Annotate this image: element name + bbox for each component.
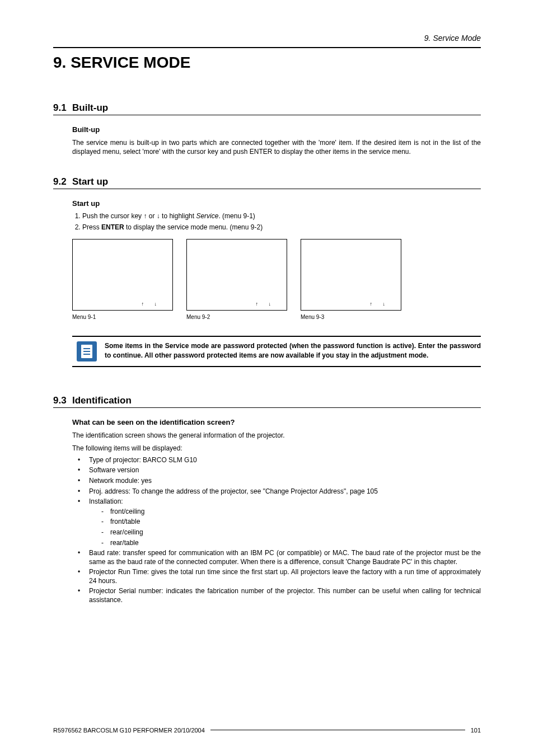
section-9-3-heading: 9.3 Identification — [53, 395, 481, 406]
divider — [53, 115, 481, 115]
section-number: 9.2 — [53, 176, 72, 187]
menu-figure-3: ↑ ↓ Menu 9-3 — [301, 239, 401, 320]
list-item: rear/table — [100, 539, 481, 548]
subheading-built-up: Built-up — [72, 125, 481, 134]
text-bold: ENTER — [101, 223, 124, 231]
page-header-label: 9. Service Mode — [53, 34, 481, 43]
steps-list: Push the cursor key ↑ or ↓ to highlight … — [72, 212, 481, 231]
list-item: front/table — [100, 518, 481, 527]
footer-page-number: 101 — [471, 727, 481, 734]
menu-figure-1: ↑ ↓ Menu 9-1 — [72, 239, 173, 320]
text: to display the service mode menu. (menu … — [124, 223, 263, 231]
menu-box: ↑ ↓ — [186, 239, 287, 311]
list-item: Type of projector: BARCO SLM G10 — [76, 456, 481, 465]
divider — [53, 47, 481, 48]
section-title: Built-up — [72, 102, 108, 114]
menu-figures-row: ↑ ↓ Menu 9-1 ↑ ↓ Menu 9-2 ↑ ↓ Menu 9-3 — [72, 239, 481, 320]
list-item: Projector Serial number: indicates the f… — [76, 587, 481, 604]
menu-caption: Menu 9-2 — [186, 314, 287, 320]
menu-caption: Menu 9-3 — [301, 314, 401, 320]
menu-box: ↑ ↓ — [72, 239, 173, 311]
list-item-installation: Installation: front/ceiling front/table … — [76, 497, 481, 547]
section-title: Start up — [72, 176, 108, 187]
menu-figure-2: ↑ ↓ Menu 9-2 — [186, 239, 287, 320]
section-number: 9.1 — [53, 102, 72, 114]
menu-caption: Menu 9-1 — [72, 314, 173, 320]
list-item: Proj. address: To change the address of … — [76, 487, 481, 496]
section-9-1-heading: 9.1 Built-up — [53, 102, 481, 114]
arrow-icons: ↑ ↓ — [141, 301, 161, 307]
note-text: Some items in the Service mode are passw… — [101, 341, 481, 361]
subheading-start-up: Start up — [72, 199, 481, 208]
document-icon — [81, 345, 92, 358]
footer-doc-id: R5976562 BARCOSLM G10 PERFORMER 20/10/20… — [53, 727, 205, 734]
identification-list: Type of projector: BARCO SLM G10 Softwar… — [72, 456, 481, 605]
text: Press — [82, 223, 101, 231]
menu-box: ↑ ↓ — [301, 239, 401, 311]
section-number: 9.3 — [53, 395, 72, 406]
footer-line — [210, 730, 465, 730]
note-icon — [77, 341, 97, 361]
list-item: Network module: yes — [76, 477, 481, 486]
paragraph: The service menu is built-up in two part… — [72, 138, 481, 156]
paragraph: The following items will be displayed: — [72, 444, 481, 453]
note-icon-container — [72, 341, 101, 361]
section-title: Identification — [72, 395, 132, 406]
text: Installation: — [89, 497, 123, 505]
list-item: front/ceiling — [100, 508, 481, 516]
text-italic: Service — [196, 212, 218, 220]
step-2: Press ENTER to display the service mode … — [82, 223, 481, 231]
divider — [53, 407, 481, 408]
installation-sublist: front/ceiling front/table rear/ceiling r… — [89, 508, 481, 547]
text: Push the cursor key ↑ or ↓ to highlight — [82, 212, 196, 220]
section-9-2-heading: 9.2 Start up — [53, 176, 481, 187]
list-item: Baud rate: transfer speed for communicat… — [76, 549, 481, 566]
divider — [53, 189, 481, 189]
page-title: 9. SERVICE MODE — [53, 54, 481, 72]
arrow-icons: ↑ ↓ — [255, 301, 275, 307]
note-callout: Some items in the Service mode are passw… — [72, 336, 481, 367]
list-item: rear/ceiling — [100, 528, 481, 537]
step-1: Push the cursor key ↑ or ↓ to highlight … — [82, 212, 481, 220]
arrow-icons: ↑ ↓ — [369, 301, 390, 307]
subheading-identification: What can be seen on the identification s… — [72, 418, 481, 426]
paragraph: The identification screen shows the gene… — [72, 431, 481, 440]
page-footer: R5976562 BARCOSLM G10 PERFORMER 20/10/20… — [53, 727, 481, 734]
list-item: Software version — [76, 466, 481, 475]
text: . (menu 9-1) — [218, 212, 255, 220]
list-item: Projector Run Time: gives the total run … — [76, 568, 481, 585]
